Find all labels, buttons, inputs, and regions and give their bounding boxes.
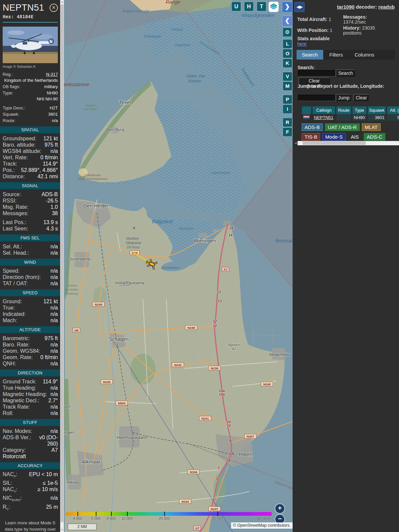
legend-tick-label: 10 000 bbox=[121, 516, 133, 520]
source-filter-mlat[interactable]: MLAT bbox=[362, 123, 381, 131]
type-cell[interactable]: NH90 bbox=[352, 114, 366, 121]
section-header: SIGNAL bbox=[0, 182, 60, 189]
column-header-flag[interactable] bbox=[302, 106, 311, 114]
map-button-l[interactable]: L bbox=[283, 40, 292, 48]
map-label: Breehorn bbox=[179, 226, 194, 230]
panel-collapse-button[interactable]: ◀▶ bbox=[294, 2, 305, 12]
source-filter-adsc[interactable]: ADS-C bbox=[364, 133, 385, 141]
data-row: Distance:42.1 nmi bbox=[3, 173, 58, 180]
data-row: Magnetic Heading:n/a bbox=[3, 391, 58, 397]
legend-tick bbox=[127, 512, 128, 516]
column-header-Route[interactable]: Route bbox=[336, 106, 351, 114]
scrollbar-thumb[interactable] bbox=[61, 4, 64, 522]
source-filter-buttons: ADS-BUAT / ADS-RMLATTIS-BMode-SAISADS-C bbox=[302, 123, 392, 141]
zoom-in-button[interactable]: + bbox=[275, 504, 284, 513]
data-row: NICBARO:n/a bbox=[3, 495, 58, 503]
map-button-h[interactable]: H bbox=[244, 2, 253, 11]
stats-available-label: Stats available bbox=[297, 36, 330, 41]
data-row: Reg.:N-317 bbox=[3, 71, 58, 77]
legend-tick-label: 6 000 bbox=[91, 516, 100, 520]
layers-icon[interactable] bbox=[269, 2, 279, 12]
source-filter-modes[interactable]: Mode-S bbox=[322, 133, 346, 141]
map-button-i[interactable]: I bbox=[283, 105, 292, 113]
history-back-button[interactable]: ❮ bbox=[282, 16, 293, 27]
jump-input[interactable] bbox=[298, 95, 336, 101]
road-shield-n247: N247 bbox=[208, 507, 220, 511]
map-button-f[interactable]: F bbox=[283, 128, 292, 136]
map-label: Den Helder bbox=[83, 203, 109, 208]
column-header-Alt. (ft)[interactable]: Alt. (ft) bbox=[387, 106, 399, 114]
decoder-header: tar1090 decoder: readsb bbox=[337, 4, 395, 10]
data-row: RSSI:-26.5 bbox=[3, 198, 58, 204]
aircraft-photo[interactable] bbox=[3, 27, 58, 63]
callsign-title: NEPTN51 bbox=[3, 3, 44, 13]
map-button-k[interactable]: K bbox=[283, 59, 292, 67]
osm-attribution[interactable]: © OpenStreetMap contributors. bbox=[231, 522, 293, 529]
map-button-o[interactable]: O bbox=[283, 49, 292, 58]
map-label: Duinen bbox=[86, 104, 95, 107]
hscroll-thumb[interactable] bbox=[303, 141, 366, 145]
panel-expand-button[interactable]: ❯ bbox=[282, 2, 293, 13]
table-row[interactable]: NEPTN51NH903601975 bbox=[302, 114, 399, 121]
map-button-m[interactable]: M bbox=[283, 82, 292, 90]
exit-number: 13 bbox=[217, 290, 221, 294]
column-header-Squawk[interactable]: Squawk bbox=[368, 106, 386, 114]
map-button-p[interactable]: P bbox=[283, 95, 292, 104]
panel-horizontal-scrollbar[interactable]: ◀ bbox=[294, 141, 399, 145]
sidebar-scrollbar[interactable]: ▲ ▼ bbox=[60, 0, 64, 532]
column-header-Type[interactable]: Type bbox=[352, 106, 366, 114]
scroll-up-icon[interactable]: ▲ bbox=[60, 0, 64, 4]
map-button-t[interactable]: T bbox=[257, 2, 266, 11]
column-header-Callsign[interactable]: Callsign bbox=[313, 106, 335, 114]
readsb-link[interactable]: readsb bbox=[378, 4, 395, 10]
map-label: en Helder- bbox=[65, 288, 79, 291]
map-button-u[interactable]: U bbox=[232, 2, 241, 11]
map-label: Kerken bbox=[189, 79, 201, 83]
close-icon[interactable]: ✕ bbox=[50, 4, 58, 12]
section-header: FMS SEL bbox=[0, 234, 60, 241]
divider bbox=[3, 22, 58, 23]
scroll-left-icon[interactable]: ◀ bbox=[294, 141, 298, 145]
messages-value: 1374.2/sec bbox=[343, 19, 366, 25]
gear-icon[interactable]: ⚙ bbox=[283, 28, 292, 37]
exit-number: 12 bbox=[213, 324, 217, 328]
jump-button[interactable]: Jump bbox=[336, 94, 351, 101]
tar1090-link[interactable]: tar1090 bbox=[337, 4, 355, 10]
netherlands-flag[interactable] bbox=[302, 114, 311, 121]
altitude-cell[interactable]: 975 bbox=[387, 114, 399, 121]
map-label: Vogelzwin bbox=[175, 43, 191, 47]
callsign-cell[interactable]: NEPTN51 bbox=[313, 114, 335, 121]
data-row: Geom. Rate:0 ft/min bbox=[3, 354, 58, 360]
stats-here-link[interactable]: here bbox=[297, 41, 307, 47]
source-filter-adsb[interactable]: ADS-B bbox=[302, 123, 323, 131]
squawk-cell[interactable]: 3601 bbox=[368, 114, 386, 121]
search-input[interactable] bbox=[298, 70, 336, 76]
section-header: WIND bbox=[0, 259, 60, 266]
map-canvas[interactable]: RangeEngelschmangatWaardgrondenHengstRob… bbox=[64, 0, 293, 532]
data-row: WGS84 altitude:n/a bbox=[3, 148, 58, 154]
data-row: Ground:121 kt bbox=[3, 298, 58, 305]
data-row: Vert. Rate:0 ft/min bbox=[3, 154, 58, 161]
map-button-r[interactable]: R bbox=[283, 118, 292, 127]
tab-search[interactable]: Search bbox=[297, 50, 323, 60]
map-button-v[interactable]: V bbox=[283, 72, 292, 81]
exit-number: 10 bbox=[227, 424, 231, 428]
aircraft-table: CallsignRouteTypeSquawkAlt. (ft)Sp NEPTN… bbox=[301, 106, 399, 121]
scroll-down-icon[interactable]: ▼ bbox=[60, 528, 64, 532]
search-button[interactable]: Search bbox=[336, 69, 355, 77]
tab-columns[interactable]: Columns bbox=[349, 50, 379, 60]
source-filter-ais[interactable]: AIS bbox=[348, 133, 362, 141]
jump-clear-button[interactable]: Clear bbox=[353, 94, 369, 101]
data-row: Source:ADS-B bbox=[3, 191, 58, 198]
data-row: NACP:EPU < 10 m bbox=[3, 471, 58, 480]
route-cell[interactable] bbox=[336, 114, 351, 121]
road-shield-n249: N249 bbox=[92, 302, 104, 307]
aircraft-data-sections: SPATIALGroundspeed:121 ktBaro. altitude:… bbox=[3, 126, 58, 512]
map-label: Range bbox=[166, 0, 180, 5]
source-filter-tisb[interactable]: TIS-B bbox=[302, 133, 320, 141]
tab-filters[interactable]: Filters bbox=[324, 50, 348, 60]
svg-text:N247: N247 bbox=[211, 507, 218, 511]
history-value: 23035 bbox=[362, 25, 375, 31]
source-filter-uat[interactable]: UAT / ADS-R bbox=[325, 123, 360, 131]
image-credit: Image © Sebastian K bbox=[3, 65, 58, 68]
